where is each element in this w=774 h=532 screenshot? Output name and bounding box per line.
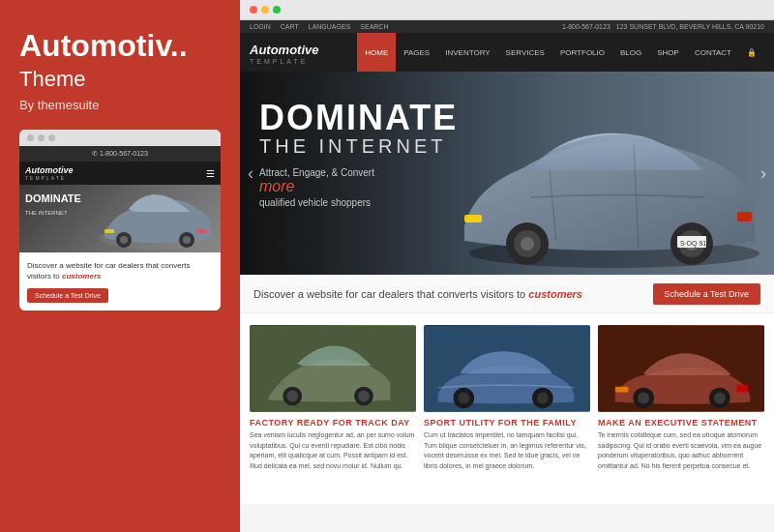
card-executive-title: MAKE AN EXECUTIVE STATEMENT bbox=[598, 418, 764, 428]
menu-pages[interactable]: PAGES bbox=[396, 33, 437, 72]
hero-attract: Attract, Engage, & Convert bbox=[259, 167, 458, 178]
site-wrapper: LOGIN CART LANGUAGES SEARCH 1-800-567-01… bbox=[240, 20, 774, 504]
svg-rect-33 bbox=[615, 387, 629, 393]
menu-inventory[interactable]: INVENTORY bbox=[437, 33, 497, 72]
hero-prev-arrow[interactable]: ‹ bbox=[248, 163, 253, 184]
menu-home[interactable]: HOME bbox=[357, 33, 396, 72]
banner-cta-button[interactable]: Schedule a Test Drive bbox=[653, 283, 760, 305]
svg-rect-34 bbox=[736, 385, 748, 393]
hero-car-svg: S·OQ 911 bbox=[445, 101, 774, 275]
card-factory-title: FACTORY READY FOR TRACK DAY bbox=[250, 418, 416, 428]
theme-title: Automotiv.. bbox=[19, 29, 221, 63]
site-hero: S·OQ 911 DOMINATE THE INTERNET Attract, … bbox=[240, 72, 774, 275]
mobile-discover-text: Discover a website for car dealers that … bbox=[27, 260, 213, 281]
menu-blog[interactable]: BLOG bbox=[612, 33, 649, 72]
svg-point-25 bbox=[458, 393, 469, 404]
dot-3 bbox=[48, 134, 55, 141]
mobile-content: Discover a website for car dealers that … bbox=[19, 252, 221, 310]
svg-point-22 bbox=[358, 391, 370, 402]
mobile-car-svg bbox=[95, 185, 221, 252]
hero-text-block: DOMINATE THE INTERNET Attract, Engage, &… bbox=[259, 101, 458, 208]
mobile-cta-button[interactable]: Schedule a Test Drive bbox=[27, 288, 108, 303]
card-suv: SPORT UTILITY FOR THE FAMILY Cum ut trac… bbox=[424, 325, 590, 471]
menu-lock-icon[interactable]: 🔒 bbox=[739, 33, 764, 72]
svg-point-30 bbox=[638, 393, 649, 404]
topbar-cart[interactable]: CART bbox=[281, 23, 299, 30]
svg-point-2 bbox=[120, 236, 128, 244]
svg-rect-14 bbox=[464, 215, 482, 222]
svg-point-10 bbox=[521, 237, 534, 251]
menu-portfolio[interactable]: PORTFOLIO bbox=[552, 33, 612, 72]
browser-chrome bbox=[240, 0, 774, 20]
card-executive-body: Te inermis cotidleque cum, sed ea utroqu… bbox=[598, 430, 764, 471]
browser-maximize-dot[interactable] bbox=[273, 6, 281, 14]
site-logo-sub: TEMPLATE bbox=[250, 58, 319, 65]
topbar-address: 123 SUNSET BLVD, BEVERLY HILLS, CA 90210 bbox=[616, 23, 764, 30]
menu-services[interactable]: SERVICES bbox=[498, 33, 552, 72]
svg-point-20 bbox=[286, 391, 298, 402]
card-suv-body: Cum ut tractatos imperdiet, no tamquam f… bbox=[424, 430, 590, 471]
mobile-preview: ✆ 1-800-567-0123 Automotive TEMPLATE ☰ bbox=[19, 130, 221, 310]
theme-subtitle: Theme bbox=[19, 67, 221, 92]
topbar-login[interactable]: LOGIN bbox=[250, 23, 271, 30]
right-panel: LOGIN CART LANGUAGES SEARCH 1-800-567-01… bbox=[240, 0, 774, 532]
mobile-topbar: ✆ 1-800-567-0123 bbox=[19, 146, 221, 162]
svg-rect-6 bbox=[196, 229, 206, 233]
dot-2 bbox=[38, 134, 45, 141]
mobile-nav: Automotive TEMPLATE ☰ bbox=[19, 162, 221, 185]
topbar-search[interactable]: SEARCH bbox=[360, 23, 388, 30]
hamburger-icon[interactable]: ☰ bbox=[206, 168, 215, 179]
menu-contact[interactable]: CONTACT bbox=[687, 33, 739, 72]
card-factory: FACTORY READY FOR TRACK DAY Sea veniam i… bbox=[250, 325, 416, 471]
cards-row: FACTORY READY FOR TRACK DAY Sea veniam i… bbox=[240, 313, 774, 471]
browser-minimize-dot[interactable] bbox=[261, 6, 269, 14]
topbar-links: LOGIN CART LANGUAGES SEARCH bbox=[250, 23, 389, 30]
card-suv-title: SPORT UTILITY FOR THE FAMILY bbox=[424, 418, 590, 428]
svg-text:S·OQ 911: S·OQ 911 bbox=[680, 240, 710, 248]
card-suv-image bbox=[424, 325, 590, 412]
hero-next-arrow[interactable]: › bbox=[760, 163, 766, 184]
topbar-languages[interactable]: LANGUAGES bbox=[309, 23, 351, 30]
card-factory-body: Sea veniam iuculis neglogentur ad, an pe… bbox=[250, 430, 416, 471]
topbar-phone: 1-800-567-0123 bbox=[562, 23, 610, 30]
topbar-contact: 1-800-567-0123 123 SUNSET BLVD, BEVERLY … bbox=[562, 23, 764, 30]
mobile-hero: DOMINATE THE INTERNET bbox=[19, 185, 221, 252]
banner-bar: Discover a website for car dealers that … bbox=[240, 275, 774, 313]
site-logo: Automotive bbox=[250, 43, 319, 57]
site-topbar: LOGIN CART LANGUAGES SEARCH 1-800-567-01… bbox=[240, 20, 774, 33]
card-executive: MAKE AN EXECUTIVE STATEMENT Te inermis c… bbox=[598, 325, 764, 471]
svg-point-27 bbox=[537, 393, 549, 404]
card-factory-image bbox=[250, 325, 416, 412]
svg-point-4 bbox=[183, 236, 191, 244]
hero-qualified: qualified vehicle shoppers bbox=[259, 197, 458, 208]
site-nav: Automotive TEMPLATE HOME PAGES INVENTORY… bbox=[240, 33, 774, 72]
browser-close-dot[interactable] bbox=[250, 6, 257, 14]
banner-customers: customers bbox=[528, 288, 582, 300]
svg-rect-15 bbox=[737, 212, 752, 222]
mobile-logo: Automotive TEMPLATE bbox=[25, 165, 74, 181]
left-panel: Automotiv.. Theme By themesuite ✆ 1-800-… bbox=[0, 0, 240, 532]
dot-1 bbox=[27, 134, 34, 141]
theme-author: By themesuite bbox=[19, 98, 221, 112]
site-menu: HOME PAGES INVENTORY SERVICES PORTFOLIO … bbox=[357, 33, 764, 72]
mobile-hero-sub: THE INTERNET bbox=[25, 210, 68, 216]
hero-dominate: DOMINATE bbox=[259, 101, 458, 135]
svg-point-32 bbox=[714, 393, 726, 404]
mobile-window-dots bbox=[19, 130, 221, 146]
menu-shop[interactable]: SHOP bbox=[649, 33, 687, 72]
site-logo-block: Automotive TEMPLATE bbox=[250, 41, 319, 65]
mobile-customers-text: customers bbox=[62, 272, 101, 281]
card-executive-image bbox=[598, 325, 764, 412]
mobile-hero-dominate: DOMINATE bbox=[25, 192, 81, 204]
svg-rect-5 bbox=[104, 229, 114, 233]
banner-text: Discover a website for car dealers that … bbox=[253, 288, 582, 300]
hero-internet: THE INTERNET bbox=[259, 135, 458, 158]
hero-more: more bbox=[259, 178, 458, 195]
